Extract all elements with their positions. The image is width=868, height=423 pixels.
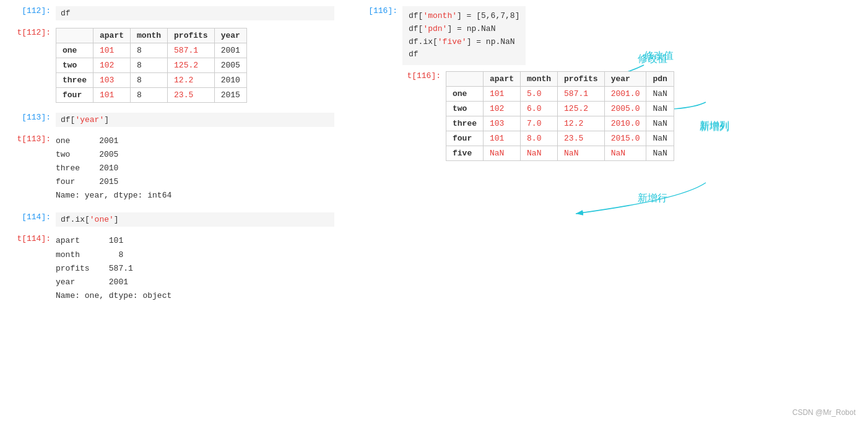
cell-116-code: df['month'] = [5,6,7,8] df['pdn'] = np.N… [402,6,526,65]
cell-profits: 125.2 [168,58,215,73]
cell-113-in-label: [113]: [12,113,56,122]
col-h-profits: profits [558,72,605,87]
col-header-apart: apart [93,28,131,43]
cell-year: NaN [604,146,646,161]
df-table-116: apart month profits year pdn one 101 5.0… [446,71,674,161]
cell-apart: 101 [93,88,131,103]
cell-113-output: one 2001 two 2005 three 2010 four 2015 N… [56,134,171,203]
cell-profits: 12.2 [558,116,605,131]
cell-116-in: [116]: df['month'] = [5,6,7,8] df['pdn']… [359,6,856,65]
cell-month: 6.0 [521,102,558,116]
cell-year: 2001 [214,43,246,58]
cell-profits: 23.5 [168,88,215,103]
cell-pdn: NaN [646,102,674,116]
annotation-xinzenglie-text: 新增列 [700,120,729,133]
cell-116-out-row: t[116]: apart month profits year pdn [402,71,856,161]
cell-pdn: NaN [646,131,674,146]
cell-113: [113]: df['year'] [12,113,334,127]
cell-112: [112]: df [12,6,334,20]
cell-profits: 12.2 [168,73,215,88]
cell-profits: 587.1 [168,43,215,58]
col-header-year: year [214,28,246,43]
annotations-area: 修改值 新增列 t[116]: [402,71,856,161]
cell-116-table-wrapper: apart month profits year pdn one 101 5.0… [446,71,674,161]
cell-year: 2005.0 [604,102,646,116]
cell-112-out: t[112]: apart month profits year one [12,28,334,103]
table-row: one 101 8 587.1 2001 [56,43,247,58]
table-row: four 101 8 23.5 2015 [56,88,247,103]
cell-pdn: NaN [646,146,674,161]
row-index: one [446,87,484,102]
col-h-pdn: pdn [646,72,674,87]
cell-apart: 101 [484,131,521,146]
col-header-month: month [131,28,168,43]
cell-pdn: NaN [646,116,674,131]
row-index: four [56,88,93,103]
cell-113-out-label: t[113]: [12,134,56,144]
col-h-apart: apart [484,72,521,87]
col-h-month: month [521,72,558,87]
left-panel: [112]: df t[112]: apart month profits ye… [12,6,334,310]
table-row: four 101 8.0 23.5 2015.0 NaN [446,131,674,146]
cell-year: 2010 [214,73,246,88]
cell-112-out-label: t[112]: [12,28,56,37]
cell-apart: 103 [93,73,131,88]
cell-pdn: NaN [646,87,674,102]
col-h-year: year [604,72,646,87]
row-index: two [56,58,93,73]
table-row: three 103 8 12.2 2010 [56,73,247,88]
cell-114-out-label: t[114]: [12,234,56,243]
df-table-112: apart month profits year one 101 8 587.1… [56,28,247,103]
cell-apart: 101 [93,43,131,58]
cell-114-string: 'one' [90,215,114,224]
cell-year: 2015.0 [604,131,646,146]
cell-apart: 102 [484,102,521,116]
row-index: four [446,131,484,146]
annotation-xinzenghang: 新增行 [638,192,667,205]
cell-114-out: t[114]: apart 101 month 8 profits 587.1 … [12,234,334,302]
cell-116-out-label: t[116]: [402,71,446,81]
cell-month: NaN [521,146,558,161]
cell-profits: NaN [558,146,605,161]
row-index: three [56,73,93,88]
cell-month: 8 [131,43,168,58]
cell-114-code: df.ix['one'] [56,212,334,227]
cell-year: 2001.0 [604,87,646,102]
table-row: two 102 8 125.2 2005 [56,58,247,73]
cell-month: 8 [131,88,168,103]
cell-apart: 103 [484,116,521,131]
cell-112-in-label: [112]: [12,6,56,15]
col-h-empty [446,72,484,87]
row-index: one [56,43,93,58]
cell-month: 7.0 [521,116,558,131]
table-row: three 103 7.0 12.2 2010.0 NaN [446,116,674,131]
cell-114-in-label: [114]: [12,212,56,222]
cell-year: 2005 [214,58,246,73]
col-header-profits: profits [168,28,215,43]
table-row: one 101 5.0 587.1 2001.0 NaN [446,87,674,102]
cell-apart: NaN [484,146,521,161]
row-index: two [446,102,484,116]
table-row: five NaN NaN NaN NaN NaN [446,146,674,161]
cell-month: 5.0 [521,87,558,102]
cell-113-string: 'year' [75,115,104,124]
cell-profits: 587.1 [558,87,605,102]
notebook-container: [112]: df t[112]: apart month profits ye… [12,6,856,310]
right-panel: [116]: df['month'] = [5,6,7,8] df['pdn']… [359,6,856,167]
cell-116-in-label: [116]: [359,6,402,15]
cell-112-table-wrapper: apart month profits year one 101 8 587.1… [56,28,334,103]
cell-year: 2015 [214,88,246,103]
cell-month: 8 [131,58,168,73]
cell-profits: 23.5 [558,131,605,146]
cell-profits: 125.2 [558,102,605,116]
cell-month: 8.0 [521,131,558,146]
cell-113-code: df['year'] [56,113,334,127]
cell-month: 8 [131,73,168,88]
cell-year: 2010.0 [604,116,646,131]
cell-114-output: apart 101 month 8 profits 587.1 year 200… [56,234,171,302]
row-index: five [446,146,484,161]
annotation-xiugaizhi-text: 修改值 [644,50,674,63]
cell-113-out: t[113]: one 2001 two 2005 three 2010 fou… [12,134,334,203]
cell-apart: 101 [484,87,521,102]
row-index: three [446,116,484,131]
